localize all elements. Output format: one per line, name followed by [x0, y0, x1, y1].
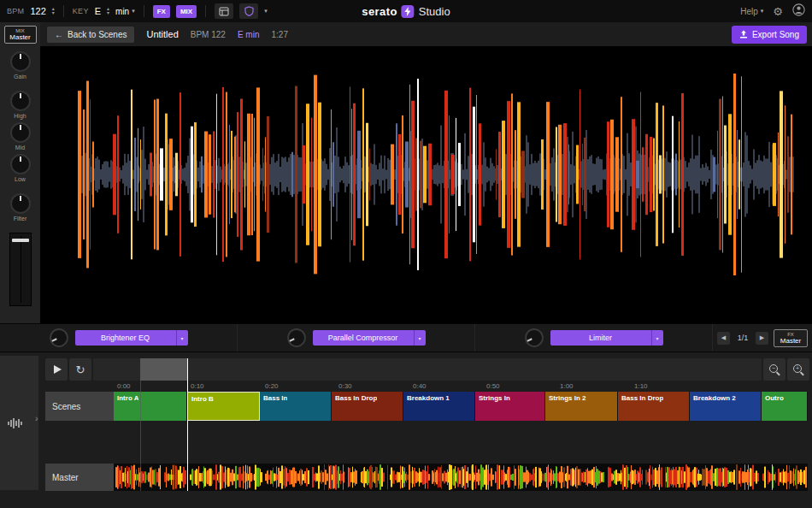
gain-knob[interactable] [10, 51, 31, 72]
filter-knob[interactable] [10, 193, 31, 214]
bpm-stepper[interactable]: ▴ ▾ [52, 7, 55, 15]
left-arrow-icon: ← [55, 30, 63, 39]
divider [63, 5, 64, 17]
fx-3-name-button[interactable]: Limiter [550, 330, 651, 346]
master-track-waveform[interactable] [114, 464, 808, 491]
scene-bass-in[interactable]: Bass In [260, 392, 332, 421]
fx-page-next-button[interactable]: ▶ [756, 332, 768, 345]
divider [144, 5, 144, 17]
fx-1-amount-knob[interactable] [46, 325, 71, 350]
stems-button[interactable] [239, 3, 258, 19]
collapsed-side-panel [0, 356, 38, 490]
fader-handle[interactable] [12, 239, 29, 242]
bpm-label: BPM [7, 7, 24, 15]
ruler-label: 1:10 [634, 382, 648, 390]
export-song-button[interactable]: Export Song [732, 26, 807, 44]
transport-row: ↻ − + [45, 358, 809, 381]
master-track-row: Master [45, 464, 809, 491]
play-button[interactable] [45, 358, 68, 381]
library-icon [219, 7, 229, 16]
mid-knob-label: Mid [10, 145, 31, 151]
master-channel-strip: MIX Master Gain High Mid Low Filter [0, 22, 40, 323]
arrangement-panel: › ↻ − + [0, 351, 812, 508]
back-to-scenes-button[interactable]: ← Back to Scenes [47, 27, 134, 43]
scene-strings-in[interactable]: Strings In [475, 392, 545, 421]
zoom-in-icon: + [793, 364, 803, 375]
scenes-row-label[interactable]: Scenes [45, 392, 114, 421]
fx-1-name-button[interactable]: Brightener EQ [75, 330, 176, 346]
user-icon [792, 3, 805, 16]
stems-dropdown[interactable]: ▾ [264, 8, 268, 15]
song-header: ← Back to Scenes Untitled BPM 122 E min … [40, 22, 812, 46]
export-icon [739, 30, 748, 38]
ruler-label: 0:30 [338, 382, 352, 390]
high-knob[interactable] [10, 91, 31, 111]
chevron-down-icon: ▾ [761, 8, 764, 15]
account-button[interactable] [792, 3, 805, 20]
expand-panel-chevron[interactable]: › [35, 413, 38, 423]
chevron-down-icon[interactable]: ▾ [176, 330, 188, 346]
filter-knob-label: Filter [10, 216, 31, 222]
help-menu[interactable]: Help ▾ [740, 7, 763, 16]
logo-serato-text: serato [362, 5, 397, 18]
filter-knob-group: Filter [10, 193, 31, 222]
chevron-down-icon[interactable]: ▾ [414, 330, 426, 346]
ruler-label: 0:50 [486, 382, 500, 390]
mix-panel-toggle[interactable]: MIX [176, 5, 197, 18]
gain-knob-label: Gain [10, 74, 31, 80]
chevron-down-icon[interactable]: ▾ [651, 330, 663, 346]
fx-3-amount-knob[interactable] [521, 325, 546, 350]
lightning-bolt-icon [402, 5, 415, 18]
track-lane-empty [45, 421, 809, 464]
song-key: E min [238, 30, 260, 39]
scene-breakdown-1[interactable]: Breakdown 1 [403, 392, 475, 421]
key-scale-dropdown[interactable]: min ▾ [115, 7, 135, 16]
mix-master-indicator[interactable]: MIX Master [4, 26, 37, 44]
scenes-row: Scenes Intro A Intro B Bass In Bass In D… [45, 392, 809, 421]
fx-2-amount-knob[interactable] [284, 325, 309, 350]
stems-shield-icon [244, 6, 254, 16]
fx-slot-1: Brightener EQ ▾ [0, 324, 238, 351]
prev-icon: ◀ [721, 334, 726, 341]
fx-2-name-button[interactable]: Parallel Compressor [313, 330, 414, 346]
scene-breakdown-2[interactable]: Breakdown 2 [690, 392, 762, 421]
loop-button[interactable]: ↻ [69, 358, 91, 381]
master-track-label[interactable]: Master [45, 464, 114, 491]
stepper-down-icon[interactable]: ▾ [107, 11, 109, 15]
timeline-ruler-labels: 0:00 0:10 0:20 0:30 0:40 0:50 1:00 1:10 [45, 381, 809, 392]
gain-knob-group: Gain [10, 51, 31, 80]
ruler-label: 0:20 [265, 382, 279, 390]
scene-bass-in-drop-2[interactable]: Bass In Drop [618, 392, 690, 421]
key-value: E [95, 6, 101, 16]
low-knob[interactable] [10, 154, 31, 174]
fx-rack: Brightener EQ ▾ Parallel Compressor ▾ Li… [0, 323, 812, 352]
stepper-down-icon[interactable]: ▾ [52, 11, 55, 15]
mid-knob[interactable] [10, 122, 31, 143]
fx-panel-toggle[interactable]: FX [153, 5, 170, 18]
scene-outro[interactable]: Outro [762, 392, 808, 421]
fx-master-indicator[interactable]: FX Master [774, 329, 808, 347]
master-track-strip [114, 464, 808, 491]
waveform-icon [8, 417, 23, 433]
zoom-out-button[interactable]: − [763, 358, 786, 381]
ruler-label: 0:00 [117, 382, 131, 390]
ruler-label: 0:40 [413, 382, 427, 390]
key-label: KEY [73, 7, 89, 15]
settings-button[interactable]: ⚙ [773, 6, 783, 17]
library-button[interactable] [215, 3, 233, 19]
overview-waveform[interactable] [40, 46, 812, 323]
scene-intro-a[interactable]: Intro A [114, 392, 187, 421]
key-stepper[interactable]: ▴ ▾ [107, 7, 109, 15]
high-knob-label: High [10, 113, 31, 119]
song-overview-waveform-panel [40, 46, 812, 323]
scene-intro-b[interactable]: Intro B [187, 392, 260, 421]
fx-page-prev-button[interactable]: ◀ [717, 332, 730, 345]
divider [205, 5, 206, 17]
top-bar: BPM 122 ▴ ▾ KEY E ▴ ▾ min ▾ FX MIX ▾ ser… [0, 0, 812, 22]
master-volume-fader[interactable] [9, 233, 32, 306]
song-duration: 1:27 [271, 30, 287, 39]
scene-bass-in-drop-1[interactable]: Bass In Drop [332, 392, 403, 421]
timeline-ruler[interactable] [93, 358, 762, 381]
scene-strings-in-2[interactable]: Strings In 2 [545, 392, 618, 421]
zoom-in-button[interactable]: + [787, 358, 809, 381]
